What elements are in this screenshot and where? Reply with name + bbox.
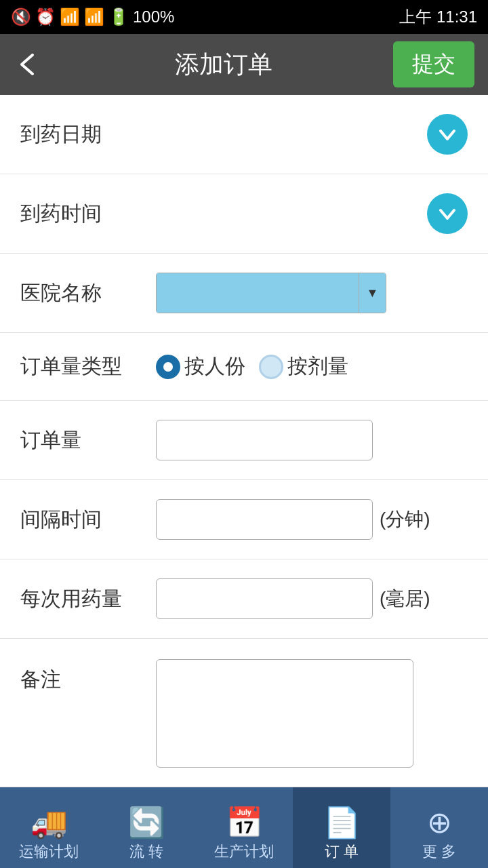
delivery-time-control (156, 193, 468, 234)
order-qty-control (156, 420, 468, 460)
order-qty-type-label: 订单量类型 (20, 353, 156, 380)
order-qty-label: 订单量 (20, 427, 156, 454)
dose-per-time-unit: (毫居) (380, 586, 430, 612)
order-qty-input[interactable] (156, 420, 373, 460)
alarm-icon: ⏰ (35, 7, 56, 26)
order-qty-row: 订单量 (0, 401, 488, 480)
submit-button[interactable]: 提交 (393, 41, 474, 87)
battery-percent: 100% (133, 7, 174, 26)
page-title: 添加订单 (54, 48, 393, 81)
dose-per-time-control: (毫居) (156, 578, 468, 619)
interval-time-unit: (分钟) (380, 507, 430, 532)
order-qty-type-row: 订单量类型 按人份 按剂量 (0, 333, 488, 401)
interval-time-label: 间隔时间 (20, 506, 156, 534)
nav-order[interactable]: 📄 订 单 (293, 787, 390, 868)
status-icons: 🔇 ⏰ 📶 📶 🔋 100% (11, 7, 174, 26)
hospital-name-row: 医院名称 ▼ (0, 254, 488, 333)
nav-order-label: 订 单 (325, 842, 359, 862)
nav-more-label: 更 多 (422, 842, 456, 862)
bottom-nav: 🚚 运输计划 🔄 流 转 📅 生产计划 📄 订 单 ⊕ 更 多 (0, 787, 488, 868)
back-button[interactable] (14, 51, 54, 78)
delivery-date-label: 到药日期 (20, 121, 156, 149)
battery-icon: 🔋 (108, 7, 129, 26)
hospital-name-control: ▼ (156, 273, 468, 313)
hospital-select-area[interactable] (157, 273, 359, 313)
order-icon: 📄 (323, 808, 361, 837)
radio-per-dose-label: 按剂量 (287, 353, 348, 380)
delivery-time-row: 到药时间 (0, 174, 488, 254)
radio-per-person-label: 按人份 (184, 353, 245, 380)
nav-production-label: 生产计划 (214, 842, 274, 862)
nav-transfer-label: 流 转 (129, 842, 163, 862)
signal-icon: 📶 (84, 7, 104, 26)
radio-per-dose-circle[interactable] (259, 355, 283, 379)
dose-per-time-row: 每次用药量 (毫居) (0, 559, 488, 639)
wifi-icon: 📶 (60, 7, 80, 26)
nav-production[interactable]: 📅 生产计划 (195, 787, 293, 868)
delivery-time-dropdown[interactable] (427, 193, 468, 234)
hospital-select-arrow[interactable]: ▼ (359, 273, 386, 313)
radio-group: 按人份 按剂量 (156, 353, 348, 380)
production-icon: 📅 (226, 808, 263, 837)
status-time: 上午 11:31 (399, 6, 477, 28)
radio-per-dose[interactable]: 按剂量 (259, 353, 348, 380)
remarks-textarea[interactable] (156, 659, 413, 768)
transfer-icon: 🔄 (128, 808, 165, 837)
more-icon: ⊕ (427, 808, 452, 837)
interval-time-input[interactable] (156, 499, 373, 540)
hospital-select[interactable]: ▼ (156, 273, 386, 313)
remarks-control (156, 659, 468, 768)
nav-transfer[interactable]: 🔄 流 转 (98, 787, 195, 868)
remarks-row: 备注 (0, 639, 488, 787)
delivery-time-label: 到药时间 (20, 200, 156, 228)
radio-per-person-circle[interactable] (156, 355, 180, 379)
nav-more[interactable]: ⊕ 更 多 (390, 787, 488, 868)
dose-per-time-input[interactable] (156, 578, 373, 619)
header: 添加订单 提交 (0, 34, 488, 95)
status-bar: 🔇 ⏰ 📶 📶 🔋 100% 上午 11:31 (0, 0, 488, 34)
hospital-name-label: 医院名称 (20, 279, 156, 307)
interval-time-row: 间隔时间 (分钟) (0, 480, 488, 559)
mute-icon: 🔇 (11, 7, 31, 26)
form-content: 到药日期 到药时间 医院名称 ▼ (0, 95, 488, 787)
delivery-date-control (156, 114, 468, 155)
nav-transport-label: 运输计划 (19, 842, 79, 862)
delivery-date-row: 到药日期 (0, 95, 488, 174)
transport-icon: 🚚 (30, 808, 68, 837)
radio-per-person[interactable]: 按人份 (156, 353, 245, 380)
nav-transport[interactable]: 🚚 运输计划 (0, 787, 98, 868)
delivery-date-dropdown[interactable] (427, 114, 468, 155)
remarks-label: 备注 (20, 659, 156, 694)
dose-per-time-label: 每次用药量 (20, 585, 156, 613)
order-qty-type-control: 按人份 按剂量 (156, 353, 468, 380)
interval-time-control: (分钟) (156, 499, 468, 540)
